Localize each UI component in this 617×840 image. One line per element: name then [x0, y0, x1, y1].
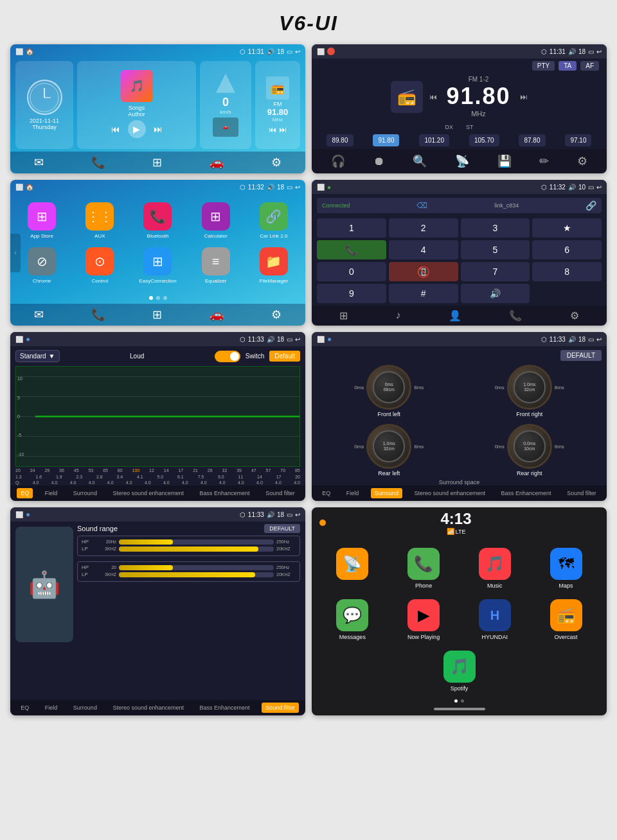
preset-3[interactable]: 101.20 [419, 134, 449, 146]
front-right-knob[interactable]: 1.0ms32cm [507, 365, 552, 410]
key-hash[interactable]: # [389, 284, 458, 303]
tab-stereo[interactable]: Stereo sound enhancement [109, 488, 188, 498]
fm-next[interactable]: ⏭ [279, 125, 287, 134]
dot-1[interactable] [149, 296, 153, 300]
back2-icon[interactable]: ↩ [596, 48, 602, 55]
key-5[interactable]: 5 [461, 240, 530, 259]
app-easyconn[interactable]: ⊞ EasyConnection [131, 246, 184, 286]
s7-tab-bass[interactable]: Bass Enhancement [196, 703, 254, 713]
back-icon[interactable]: ↩ [295, 48, 300, 55]
app-aux[interactable]: ⋮⋮ AUX [73, 200, 126, 241]
apps-icon[interactable]: ⊞ [152, 155, 162, 170]
dialpad-icon[interactable]: ⊞ [339, 310, 348, 322]
link-icon[interactable]: 🔗 [586, 200, 596, 211]
s7-tab-field[interactable]: Field [41, 703, 62, 713]
app-calculator[interactable]: ⊞ Calculator [190, 200, 242, 241]
home6-icon[interactable]: ⬜ [317, 336, 325, 343]
key-3[interactable]: 3 [461, 218, 530, 238]
preset-6[interactable]: 97.10 [565, 134, 591, 146]
signal-icon[interactable]: 📡 [455, 154, 469, 168]
house-icon[interactable]: 🏠 [26, 48, 33, 55]
key-1[interactable]: 1 [317, 218, 386, 238]
key-6[interactable]: 6 [532, 240, 602, 259]
fm-widget[interactable]: 📻 FM 91.80 MHz ⏮ ⏭ [255, 61, 300, 149]
phone3-icon[interactable]: 📞 [91, 308, 105, 322]
surround-default-btn[interactable]: DEFAULT [560, 350, 602, 361]
settings-icon[interactable]: ⚙ [271, 155, 282, 170]
drive3-icon[interactable]: 🚗 [210, 308, 224, 322]
save-icon[interactable]: 💾 [497, 154, 512, 168]
hp2-track[interactable] [119, 565, 274, 570]
preset-select[interactable]: Standard ▼ [15, 350, 60, 362]
back4-icon[interactable]: ↩ [596, 184, 602, 191]
key-vol[interactable]: 🔊 [461, 284, 530, 303]
preset-4[interactable]: 105.70 [469, 134, 499, 146]
cp-app-spotify[interactable]: 🎵 Spotify [443, 651, 476, 692]
edit-icon[interactable]: ✏ [539, 154, 549, 168]
settings2-icon[interactable]: ⚙ [577, 154, 587, 168]
prev-station[interactable]: ⏮ [429, 92, 437, 101]
s6-tab-stereo[interactable]: Stereo sound enhancement [410, 488, 489, 498]
prev-btn[interactable]: ⏮ [111, 124, 120, 134]
nav-prev[interactable]: ‹ [10, 234, 21, 272]
back7-icon[interactable]: ↩ [295, 511, 300, 518]
app-equalizer[interactable]: ≡ Equalizer [190, 246, 242, 286]
s7-tab-eq[interactable]: EQ [17, 703, 33, 713]
app-chrome[interactable]: ⊘ Chrome [15, 246, 68, 286]
house3-icon[interactable]: 🏠 [26, 184, 33, 191]
app-bluetooth[interactable]: 📞 Bluetooth [131, 200, 184, 241]
key-8[interactable]: 8 [532, 262, 602, 281]
tab-field[interactable]: Field [41, 488, 62, 498]
music4-icon[interactable]: ♪ [396, 310, 401, 322]
tab-eq[interactable]: EQ [17, 488, 33, 498]
front-left-knob[interactable]: 0ms68cm [366, 365, 411, 410]
app-appstore[interactable]: ⊞ App Store [15, 200, 68, 241]
loud-toggle[interactable] [215, 351, 240, 362]
dialer-input[interactable]: Connected ⌫ link_c834 🔗 [317, 198, 602, 213]
cp-app-carplay[interactable]: 📡 [322, 548, 383, 589]
key-star[interactable]: ★ [532, 218, 602, 238]
search-icon[interactable]: 🔍 [413, 154, 427, 168]
call-btn[interactable]: 📞 [317, 240, 386, 259]
home-icon[interactable]: ⬜ [15, 48, 23, 55]
preset-5[interactable]: 87.80 [519, 134, 545, 146]
apps3-icon[interactable]: ⊞ [152, 308, 162, 322]
power-toggle[interactable]: ⏺ [373, 155, 385, 168]
s7-tab-stereo[interactable]: Stereo sound enhancement [109, 703, 188, 713]
af-badge[interactable]: AF [580, 61, 599, 71]
tab-surround[interactable]: Surround [69, 488, 101, 498]
play-btn[interactable]: ▶ [128, 120, 146, 138]
cp-app-music[interactable]: 🎵 Music [465, 548, 526, 589]
rear-left-knob[interactable]: 1.0ms32cm [366, 424, 411, 469]
s6-tab-surround[interactable]: Surround [371, 488, 402, 498]
app-filemanager[interactable]: 📁 FileManager [247, 246, 300, 286]
key-0[interactable]: 0 [317, 262, 386, 281]
key-9[interactable]: 9 [317, 284, 386, 303]
messages-icon[interactable]: ✉ [34, 155, 44, 170]
s6-tab-bass[interactable]: Bass Enhancement [497, 488, 555, 498]
preset-2[interactable]: 91.80 [373, 134, 399, 146]
hp1-track[interactable] [119, 539, 274, 545]
backspace-btn[interactable]: ⌫ [416, 201, 427, 210]
cp-app-nowplaying[interactable]: ▶ Now Playing [393, 599, 454, 640]
cp-app-phone[interactable]: 📞 Phone [393, 548, 454, 589]
s7-tab-surround[interactable]: Surround [69, 703, 101, 713]
drive-icon[interactable]: 🚗 [210, 155, 224, 170]
lp1-track[interactable] [119, 547, 274, 552]
headphone-icon[interactable]: 🎧 [331, 154, 345, 168]
home2-icon[interactable]: ⬜ [317, 48, 325, 55]
dot-3[interactable] [163, 296, 167, 300]
tab-bass[interactable]: Bass Enhancement [196, 488, 254, 498]
messages3-icon[interactable]: ✉ [34, 308, 44, 322]
s6-tab-eq[interactable]: EQ [318, 488, 334, 498]
calls-icon[interactable]: 📞 [509, 310, 522, 322]
app-carlink[interactable]: 🔗 Car Link 2.0 [247, 200, 300, 241]
key-2[interactable]: 2 [389, 218, 458, 238]
next-station[interactable]: ⏭ [520, 92, 528, 101]
end-btn[interactable]: 📵 [389, 262, 458, 281]
s6-tab-field[interactable]: Field [343, 488, 363, 498]
back3-icon[interactable]: ↩ [295, 184, 300, 191]
cp-app-overcast[interactable]: 📻 Overcast [535, 599, 596, 640]
app-control[interactable]: ⊙ Control [73, 246, 126, 286]
home3-icon[interactable]: ⬜ [15, 184, 23, 191]
